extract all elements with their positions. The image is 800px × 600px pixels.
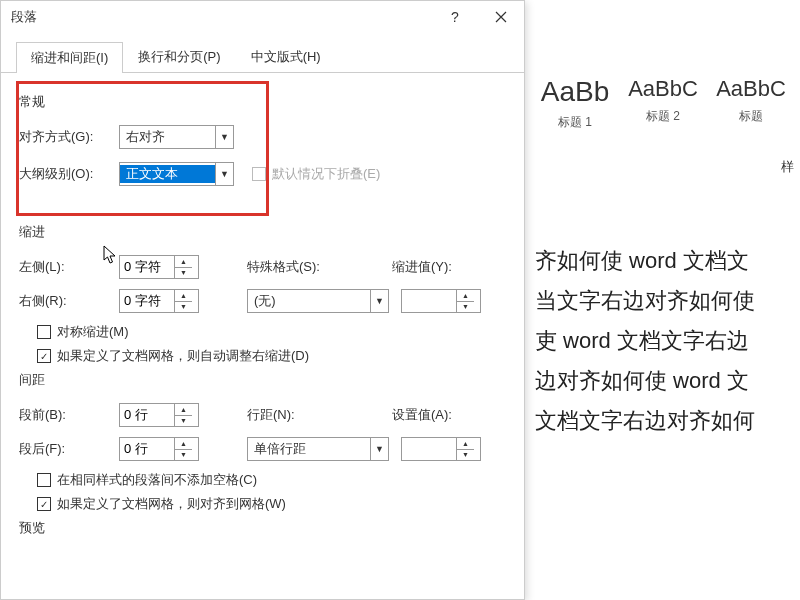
paragraph-dialog: 段落 ? 缩进和间距(I) 换行和分页(P) 中文版式(H) 常规 对齐方式(G…	[0, 0, 525, 600]
after-spinner[interactable]: ▲▼	[119, 437, 199, 461]
indent-left-input[interactable]	[120, 260, 174, 275]
grid-adjust-label: 如果定义了文档网格，则自动调整右缩进(D)	[57, 347, 309, 365]
section-spacing: 间距	[19, 371, 506, 389]
word-background: AaBb 标题 1 AaBbC 标题 2 AaBbC 标题 样 齐如何使 wor…	[525, 0, 800, 600]
grid-adjust-checkbox[interactable]: ✓	[37, 349, 51, 363]
set-value-input[interactable]	[402, 442, 456, 457]
alignment-combo[interactable]: 右对齐 ▼	[119, 125, 234, 149]
document-body-text: 齐如何使 word 文档文 当文字右边对齐如何使 吏 word 文档文字右边 边…	[535, 241, 800, 441]
section-indent: 缩进	[19, 223, 506, 241]
set-value-spinner[interactable]: ▲▼	[401, 437, 481, 461]
spinner-up-icon[interactable]: ▲	[175, 290, 192, 302]
indent-left-spinner[interactable]: ▲▼	[119, 255, 199, 279]
spinner-down-icon[interactable]: ▼	[175, 302, 192, 313]
spinner-up-icon[interactable]: ▲	[175, 256, 192, 268]
chevron-down-icon: ▼	[215, 163, 233, 185]
line-spacing-label: 行距(N):	[247, 406, 337, 424]
before-spinner[interactable]: ▲▼	[119, 403, 199, 427]
before-label: 段前(B):	[19, 406, 119, 424]
before-input[interactable]	[120, 408, 174, 423]
spinner-up-icon[interactable]: ▲	[175, 438, 192, 450]
collapsed-checkbox	[252, 167, 266, 181]
chevron-down-icon: ▼	[370, 290, 388, 312]
section-general: 常规	[19, 93, 506, 111]
snap-grid-checkbox[interactable]: ✓	[37, 497, 51, 511]
indent-value-label: 缩进值(Y):	[392, 258, 452, 276]
indent-value-input[interactable]	[402, 294, 456, 309]
mirror-indent-label: 对称缩进(M)	[57, 323, 129, 341]
close-button[interactable]	[478, 1, 524, 33]
special-label: 特殊格式(S):	[247, 258, 337, 276]
chevron-down-icon: ▼	[215, 126, 233, 148]
tab-strip: 缩进和间距(I) 换行和分页(P) 中文版式(H)	[1, 33, 524, 73]
after-label: 段后(F):	[19, 440, 119, 458]
styles-pane-button[interactable]: 样	[781, 158, 794, 176]
snap-grid-label: 如果定义了文档网格，则对齐到网格(W)	[57, 495, 286, 513]
special-combo[interactable]: (无) ▼	[247, 289, 389, 313]
spinner-up-icon[interactable]: ▲	[457, 290, 474, 302]
tab-indent-spacing[interactable]: 缩进和间距(I)	[16, 42, 123, 73]
dialog-titlebar: 段落 ?	[1, 1, 524, 33]
spinner-down-icon[interactable]: ▼	[457, 450, 474, 461]
dialog-title: 段落	[11, 8, 432, 26]
spinner-down-icon[interactable]: ▼	[175, 450, 192, 461]
tab-asian[interactable]: 中文版式(H)	[236, 41, 336, 72]
spinner-down-icon[interactable]: ▼	[175, 416, 192, 427]
spinner-up-icon[interactable]: ▲	[175, 404, 192, 416]
alignment-label: 对齐方式(G):	[19, 128, 119, 146]
style-heading1[interactable]: AaBb 标题 1	[535, 76, 615, 131]
nospace-checkbox[interactable]	[37, 473, 51, 487]
mirror-indent-checkbox[interactable]	[37, 325, 51, 339]
after-input[interactable]	[120, 442, 174, 457]
indent-right-spinner[interactable]: ▲▼	[119, 289, 199, 313]
close-icon	[495, 11, 507, 23]
styles-gallery: AaBb 标题 1 AaBbC 标题 2 AaBbC 标题	[535, 0, 800, 131]
spinner-up-icon[interactable]: ▲	[457, 438, 474, 450]
indent-right-label: 右侧(R):	[19, 292, 119, 310]
style-heading2[interactable]: AaBbC 标题 2	[623, 76, 703, 131]
indent-value-spinner[interactable]: ▲▼	[401, 289, 481, 313]
style-title[interactable]: AaBbC 标题	[711, 76, 791, 131]
collapsed-label: 默认情况下折叠(E)	[272, 165, 380, 183]
chevron-down-icon: ▼	[370, 438, 388, 460]
help-button[interactable]: ?	[432, 1, 478, 33]
tab-pagination[interactable]: 换行和分页(P)	[123, 41, 235, 72]
outline-label: 大纲级别(O):	[19, 165, 119, 183]
indent-right-input[interactable]	[120, 294, 174, 309]
nospace-label: 在相同样式的段落间不添加空格(C)	[57, 471, 257, 489]
cursor-icon	[103, 245, 119, 265]
spinner-down-icon[interactable]: ▼	[175, 268, 192, 279]
line-spacing-combo[interactable]: 单倍行距 ▼	[247, 437, 389, 461]
spinner-down-icon[interactable]: ▼	[457, 302, 474, 313]
set-value-label: 设置值(A):	[392, 406, 452, 424]
outline-combo[interactable]: 正文文本 ▼	[119, 162, 234, 186]
section-preview: 预览	[19, 519, 506, 537]
